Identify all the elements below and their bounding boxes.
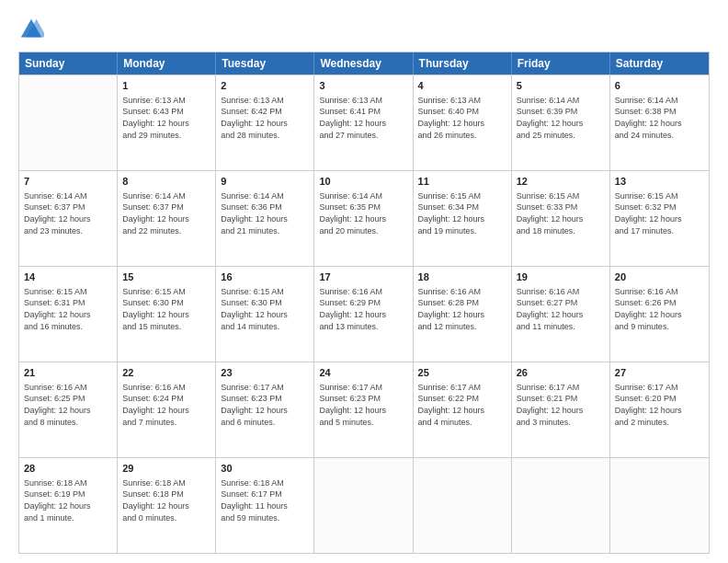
cell-info: Sunrise: 6:14 AMSunset: 6:38 PMDaylight:… bbox=[615, 95, 704, 141]
cell-info: Sunrise: 6:16 AMSunset: 6:25 PMDaylight:… bbox=[24, 382, 112, 428]
day-number: 29 bbox=[122, 462, 210, 476]
cell-info: Sunrise: 6:18 AMSunset: 6:18 PMDaylight:… bbox=[122, 477, 210, 523]
day-number: 20 bbox=[615, 270, 704, 284]
calendar-cell: 22Sunrise: 6:16 AMSunset: 6:24 PMDayligh… bbox=[118, 362, 216, 457]
calendar-cell: 25Sunrise: 6:17 AMSunset: 6:22 PMDayligh… bbox=[414, 362, 512, 457]
calendar-cell bbox=[19, 75, 118, 170]
day-number: 8 bbox=[122, 175, 210, 189]
calendar-cell: 9Sunrise: 6:14 AMSunset: 6:36 PMDaylight… bbox=[216, 171, 314, 266]
day-number: 27 bbox=[615, 366, 704, 380]
calendar-page: SundayMondayTuesdayWednesdayThursdayFrid… bbox=[0, 0, 728, 563]
calendar-cell: 15Sunrise: 6:15 AMSunset: 6:30 PMDayligh… bbox=[118, 267, 216, 362]
day-number: 19 bbox=[517, 270, 605, 284]
cell-info: Sunrise: 6:14 AMSunset: 6:35 PMDaylight:… bbox=[319, 190, 407, 236]
day-number: 15 bbox=[122, 270, 210, 284]
cell-info: Sunrise: 6:17 AMSunset: 6:23 PMDaylight:… bbox=[221, 382, 309, 428]
day-number: 18 bbox=[418, 270, 506, 284]
calendar-cell: 3Sunrise: 6:13 AMSunset: 6:41 PMDaylight… bbox=[314, 75, 413, 170]
calendar-cell: 23Sunrise: 6:17 AMSunset: 6:23 PMDayligh… bbox=[216, 362, 314, 457]
day-number: 28 bbox=[24, 462, 112, 476]
day-number: 1 bbox=[122, 79, 210, 93]
day-number: 2 bbox=[221, 79, 309, 93]
day-number: 30 bbox=[221, 462, 309, 476]
calendar-cell: 10Sunrise: 6:14 AMSunset: 6:35 PMDayligh… bbox=[314, 171, 413, 266]
calendar-cell: 24Sunrise: 6:17 AMSunset: 6:23 PMDayligh… bbox=[314, 362, 413, 457]
calendar-cell bbox=[414, 458, 512, 553]
cell-info: Sunrise: 6:15 AMSunset: 6:34 PMDaylight:… bbox=[418, 190, 506, 236]
day-number: 4 bbox=[418, 79, 506, 93]
calendar-cell: 16Sunrise: 6:15 AMSunset: 6:30 PMDayligh… bbox=[216, 267, 314, 362]
calendar-header: SundayMondayTuesdayWednesdayThursdayFrid… bbox=[19, 52, 709, 75]
calendar-cell: 27Sunrise: 6:17 AMSunset: 6:20 PMDayligh… bbox=[610, 362, 709, 457]
cell-info: Sunrise: 6:16 AMSunset: 6:29 PMDaylight:… bbox=[319, 286, 407, 332]
day-number: 5 bbox=[517, 79, 605, 93]
cell-info: Sunrise: 6:13 AMSunset: 6:40 PMDaylight:… bbox=[418, 95, 506, 141]
day-header-sunday: Sunday bbox=[19, 52, 118, 75]
day-number: 16 bbox=[221, 270, 309, 284]
calendar-cell: 18Sunrise: 6:16 AMSunset: 6:28 PMDayligh… bbox=[414, 267, 512, 362]
day-number: 7 bbox=[24, 175, 112, 189]
day-number: 13 bbox=[615, 175, 704, 189]
page-header bbox=[18, 17, 710, 42]
day-number: 11 bbox=[418, 175, 506, 189]
cell-info: Sunrise: 6:16 AMSunset: 6:26 PMDaylight:… bbox=[615, 286, 704, 332]
cell-info: Sunrise: 6:17 AMSunset: 6:23 PMDaylight:… bbox=[319, 382, 407, 428]
cell-info: Sunrise: 6:17 AMSunset: 6:22 PMDaylight:… bbox=[418, 382, 506, 428]
day-number: 26 bbox=[517, 366, 605, 380]
cell-info: Sunrise: 6:15 AMSunset: 6:32 PMDaylight:… bbox=[615, 190, 704, 236]
cell-info: Sunrise: 6:14 AMSunset: 6:36 PMDaylight:… bbox=[221, 190, 309, 236]
day-number: 23 bbox=[221, 366, 309, 380]
cell-info: Sunrise: 6:14 AMSunset: 6:37 PMDaylight:… bbox=[122, 190, 210, 236]
calendar-body: 1Sunrise: 6:13 AMSunset: 6:43 PMDaylight… bbox=[19, 75, 709, 553]
calendar-cell: 11Sunrise: 6:15 AMSunset: 6:34 PMDayligh… bbox=[414, 171, 512, 266]
calendar-cell bbox=[314, 458, 413, 553]
cell-info: Sunrise: 6:15 AMSunset: 6:30 PMDaylight:… bbox=[221, 286, 309, 332]
calendar-cell bbox=[512, 458, 610, 553]
cell-info: Sunrise: 6:13 AMSunset: 6:41 PMDaylight:… bbox=[319, 95, 407, 141]
cell-info: Sunrise: 6:16 AMSunset: 6:27 PMDaylight:… bbox=[517, 286, 605, 332]
day-number: 6 bbox=[615, 79, 704, 93]
cell-info: Sunrise: 6:15 AMSunset: 6:33 PMDaylight:… bbox=[517, 190, 605, 236]
calendar-cell: 7Sunrise: 6:14 AMSunset: 6:37 PMDaylight… bbox=[19, 171, 118, 266]
calendar-cell: 29Sunrise: 6:18 AMSunset: 6:18 PMDayligh… bbox=[118, 458, 216, 553]
cell-info: Sunrise: 6:15 AMSunset: 6:31 PMDaylight:… bbox=[24, 286, 112, 332]
logo bbox=[18, 17, 48, 42]
day-number: 21 bbox=[24, 366, 112, 380]
calendar: SundayMondayTuesdayWednesdayThursdayFrid… bbox=[18, 52, 710, 554]
cell-info: Sunrise: 6:16 AMSunset: 6:28 PMDaylight:… bbox=[418, 286, 506, 332]
day-number: 14 bbox=[24, 270, 112, 284]
calendar-row: 14Sunrise: 6:15 AMSunset: 6:31 PMDayligh… bbox=[19, 266, 709, 362]
calendar-cell: 1Sunrise: 6:13 AMSunset: 6:43 PMDaylight… bbox=[118, 75, 216, 170]
day-number: 24 bbox=[319, 366, 407, 380]
day-header-wednesday: Wednesday bbox=[314, 52, 413, 75]
day-header-saturday: Saturday bbox=[610, 52, 709, 75]
day-header-monday: Monday bbox=[118, 52, 216, 75]
logo-icon bbox=[18, 17, 44, 42]
day-number: 17 bbox=[319, 270, 407, 284]
cell-info: Sunrise: 6:18 AMSunset: 6:17 PMDaylight:… bbox=[221, 477, 309, 523]
calendar-cell: 8Sunrise: 6:14 AMSunset: 6:37 PMDaylight… bbox=[118, 171, 216, 266]
cell-info: Sunrise: 6:15 AMSunset: 6:30 PMDaylight:… bbox=[122, 286, 210, 332]
cell-info: Sunrise: 6:14 AMSunset: 6:39 PMDaylight:… bbox=[517, 95, 605, 141]
day-header-tuesday: Tuesday bbox=[216, 52, 314, 75]
cell-info: Sunrise: 6:17 AMSunset: 6:21 PMDaylight:… bbox=[517, 382, 605, 428]
calendar-cell: 20Sunrise: 6:16 AMSunset: 6:26 PMDayligh… bbox=[610, 267, 709, 362]
cell-info: Sunrise: 6:16 AMSunset: 6:24 PMDaylight:… bbox=[122, 382, 210, 428]
calendar-cell: 14Sunrise: 6:15 AMSunset: 6:31 PMDayligh… bbox=[19, 267, 118, 362]
cell-info: Sunrise: 6:17 AMSunset: 6:20 PMDaylight:… bbox=[615, 382, 704, 428]
cell-info: Sunrise: 6:14 AMSunset: 6:37 PMDaylight:… bbox=[24, 190, 112, 236]
day-header-thursday: Thursday bbox=[414, 52, 512, 75]
calendar-cell: 12Sunrise: 6:15 AMSunset: 6:33 PMDayligh… bbox=[512, 171, 610, 266]
calendar-cell: 4Sunrise: 6:13 AMSunset: 6:40 PMDaylight… bbox=[414, 75, 512, 170]
calendar-cell: 30Sunrise: 6:18 AMSunset: 6:17 PMDayligh… bbox=[216, 458, 314, 553]
calendar-cell: 21Sunrise: 6:16 AMSunset: 6:25 PMDayligh… bbox=[19, 362, 118, 457]
day-number: 10 bbox=[319, 175, 407, 189]
calendar-cell: 26Sunrise: 6:17 AMSunset: 6:21 PMDayligh… bbox=[512, 362, 610, 457]
calendar-cell: 13Sunrise: 6:15 AMSunset: 6:32 PMDayligh… bbox=[610, 171, 709, 266]
cell-info: Sunrise: 6:13 AMSunset: 6:42 PMDaylight:… bbox=[221, 95, 309, 141]
day-number: 22 bbox=[122, 366, 210, 380]
calendar-cell: 6Sunrise: 6:14 AMSunset: 6:38 PMDaylight… bbox=[610, 75, 709, 170]
day-header-friday: Friday bbox=[512, 52, 610, 75]
calendar-row: 1Sunrise: 6:13 AMSunset: 6:43 PMDaylight… bbox=[19, 75, 709, 170]
calendar-row: 7Sunrise: 6:14 AMSunset: 6:37 PMDaylight… bbox=[19, 170, 709, 266]
